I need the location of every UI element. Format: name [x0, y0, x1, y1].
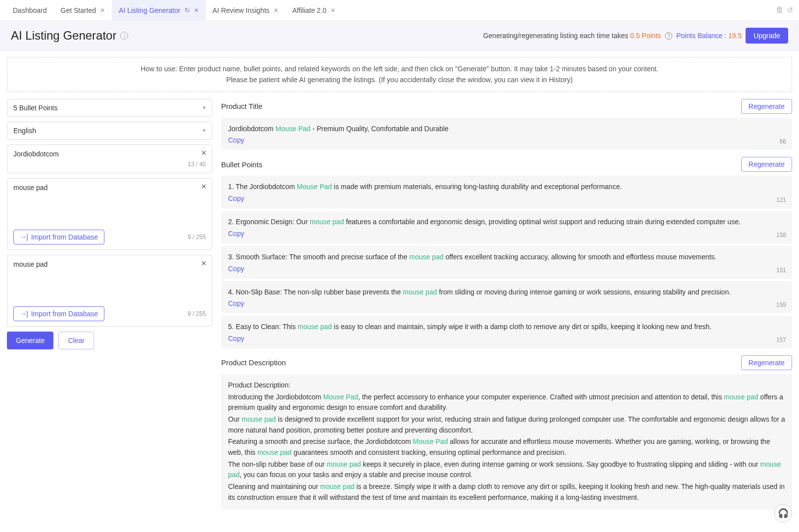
keyword-highlight: mouse pad: [320, 483, 354, 490]
product-description-result: Product Description: Introducing the Jor…: [221, 374, 792, 510]
backend-kw-value: mouse pad: [13, 260, 206, 268]
keyword-highlight: mouse pad: [298, 323, 332, 331]
char-counter: 9 / 255: [188, 310, 206, 317]
howto-banner: How to use: Enter product name, bullet p…: [7, 57, 792, 92]
tab-get-started[interactable]: Get Started ✕: [54, 0, 112, 20]
select-value: English: [13, 127, 36, 135]
char-count: 157: [776, 337, 786, 343]
tabs-right-icons: 🗑 ↺: [776, 5, 793, 15]
regenerate-title-button[interactable]: Regenerate: [741, 99, 792, 114]
generate-button[interactable]: Generate: [7, 332, 53, 349]
tab-dashboard[interactable]: Dashboard: [6, 0, 54, 20]
product-description-header: Product Description Regenerate: [221, 355, 792, 370]
product-title-header: Product Title Regenerate: [221, 99, 792, 114]
tabs-bar: Dashboard Get Started ✕ AI Listing Gener…: [0, 0, 799, 21]
input-panel: 5 Bullet Points ▾ English ▾ ✕ Jordiobdot…: [7, 99, 212, 517]
history-icon[interactable]: ↺: [787, 5, 793, 15]
language-select[interactable]: English ▾: [7, 122, 212, 140]
clear-icon[interactable]: ✕: [201, 149, 207, 157]
backend-keywords-input[interactable]: ✕ mouse pad →] Import from Database 9 / …: [7, 255, 212, 327]
description-text: Product Description: Introducing the Jor…: [228, 380, 785, 503]
regenerate-description-button[interactable]: Regenerate: [741, 355, 792, 370]
bullets-list: 1. The Jordiobdotcom Mouse Pad is made w…: [221, 176, 792, 348]
keyword-highlight: mouse pad: [724, 393, 758, 401]
section-heading: Product Description: [221, 358, 286, 367]
char-count: 151: [776, 267, 786, 274]
page-title-text: AI Listing Generator: [11, 29, 116, 43]
keyword-highlight: mouse pad: [257, 448, 291, 456]
support-icon[interactable]: 🎧: [774, 504, 792, 522]
char-count: 66: [780, 138, 786, 145]
action-buttons: Generate Clear: [7, 332, 212, 349]
title-text: Jordiobdotcom Mouse Pad - Premium Qualit…: [228, 124, 785, 135]
keyword-highlight: mouse pad: [327, 460, 361, 468]
page-title: AI Listing Generator i: [11, 29, 128, 43]
tab-label: Dashboard: [13, 6, 47, 14]
keyword-highlight: Mouse Pad: [297, 183, 332, 191]
brand-value: Jordiobdotcom: [13, 150, 206, 158]
import-label: Import from Database: [31, 233, 98, 241]
bullet-kw-value: mouse pad: [13, 184, 206, 192]
tab-label: Affiliate 2.0: [292, 6, 327, 14]
bullet-count-select[interactable]: 5 Bullet Points ▾: [7, 99, 212, 117]
copy-button[interactable]: Copy: [228, 265, 244, 273]
brand-input[interactable]: ✕ Jordiobdotcom 13 / 40: [7, 145, 212, 173]
tab-ai-listing-generator[interactable]: AI Listing Generator ↻ ✕: [112, 0, 206, 20]
copy-button[interactable]: Copy: [228, 136, 244, 144]
bullet-points-header: Bullet Points Regenerate: [221, 157, 792, 172]
keyword-highlight: Mouse Pad: [276, 125, 311, 133]
balance-value: 19.5: [728, 32, 742, 40]
keyword-highlight: mouse pad: [409, 253, 443, 261]
copy-button[interactable]: Copy: [228, 299, 244, 307]
close-icon[interactable]: ✕: [100, 7, 105, 14]
tab-label: AI Review Insights: [213, 6, 270, 14]
chevron-down-icon: ▾: [203, 127, 206, 134]
keyword-highlight: Mouse Pad: [413, 437, 448, 445]
char-counter: 13 / 40: [13, 161, 206, 168]
copy-button[interactable]: Copy: [228, 230, 244, 238]
chevron-down-icon: ▾: [203, 104, 206, 111]
clear-icon[interactable]: ✕: [201, 183, 207, 191]
balance-text: Generating/regenerating listing each tim…: [483, 32, 661, 40]
howto-line1: How to use: Enter product name, bullet p…: [17, 63, 782, 74]
balance-label: Points Balance :: [676, 32, 728, 40]
balance-cost: 0.5 Points: [630, 32, 661, 40]
section-heading: Bullet Points: [221, 160, 262, 169]
close-icon[interactable]: ✕: [194, 7, 199, 14]
results-panel: Product Title Regenerate Jordiobdotcom M…: [221, 99, 792, 517]
close-icon[interactable]: ✕: [330, 7, 335, 14]
bullet-item: 1. The Jordiobdotcom Mouse Pad is made w…: [221, 176, 792, 208]
keyword-highlight: mouse pad: [241, 415, 276, 423]
close-icon[interactable]: ✕: [274, 7, 279, 14]
tab-affiliate[interactable]: Affiliate 2.0 ✕: [285, 0, 342, 20]
keyword-highlight: Mouse Pad: [323, 393, 358, 401]
clear-button[interactable]: Clear: [58, 332, 94, 349]
char-count: 121: [776, 196, 786, 203]
regenerate-bullets-button[interactable]: Regenerate: [741, 157, 792, 172]
select-value: 5 Bullet Points: [13, 104, 58, 112]
keyword-highlight: mouse pad: [403, 288, 437, 296]
product-title-result: Jordiobdotcom Mouse Pad - Premium Qualit…: [221, 118, 792, 150]
import-icon: →]: [20, 310, 28, 317]
tab-label: AI Listing Generator: [119, 6, 181, 14]
copy-button[interactable]: Copy: [228, 194, 244, 202]
upgrade-button[interactable]: Upgrade: [746, 28, 788, 44]
page-header: AI Listing Generator i Generating/regene…: [0, 21, 799, 51]
copy-button[interactable]: Copy: [228, 335, 244, 342]
info-icon[interactable]: i: [120, 32, 128, 40]
clear-icon[interactable]: ✕: [201, 259, 207, 267]
import-database-button[interactable]: →] Import from Database: [13, 230, 104, 244]
bullet-item: 3. Smooth Surface: The smooth and precis…: [221, 246, 792, 279]
import-database-button[interactable]: →] Import from Database: [13, 306, 104, 321]
refresh-icon[interactable]: ↻: [185, 6, 190, 14]
header-balance: Generating/regenerating listing each tim…: [483, 28, 788, 44]
howto-line2: Please be patient while AI generating th…: [17, 74, 782, 85]
tab-ai-review-insights[interactable]: AI Review Insights ✕: [206, 0, 285, 20]
char-count: 158: [776, 232, 786, 239]
help-icon[interactable]: ?: [665, 32, 672, 40]
bullet-item: 2. Ergonomic Design: Our mouse pad featu…: [221, 211, 792, 243]
bullet-keywords-input[interactable]: ✕ mouse pad →] Import from Database 9 / …: [7, 178, 212, 250]
trash-icon[interactable]: 🗑: [776, 5, 784, 15]
char-counter: 9 / 255: [188, 234, 206, 241]
section-heading: Product Title: [221, 102, 262, 110]
